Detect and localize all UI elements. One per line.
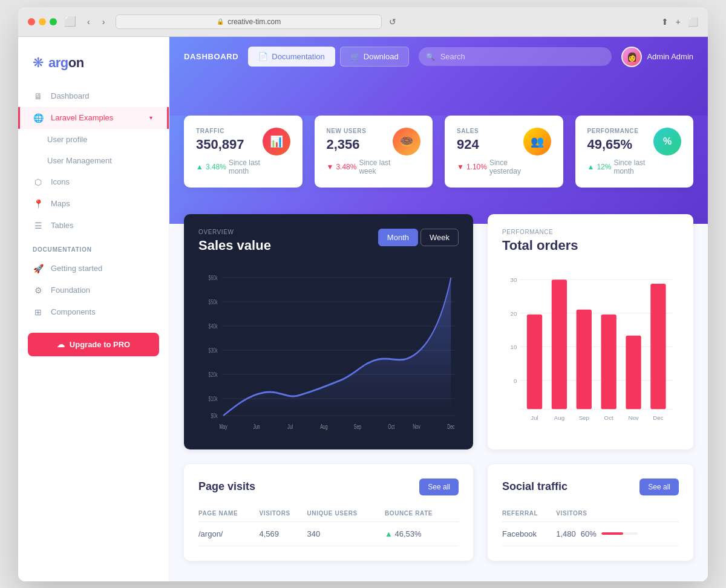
sidebar-item-foundation[interactable]: ⚙ Foundation	[18, 279, 169, 301]
sidebar-item-user-profile[interactable]: User profile	[18, 129, 169, 150]
bounce-arrow-icon: ▲	[385, 529, 394, 538]
performance-change: ▲ 12% Since last month	[587, 158, 654, 175]
search-input[interactable]	[419, 47, 612, 66]
browser-nav: ‹ ›	[83, 16, 108, 28]
url-bar[interactable]: 🔒 creative-tim.com	[116, 15, 382, 29]
forward-button[interactable]: ›	[99, 16, 109, 28]
sidebar-item-icons[interactable]: ⬡ Icons	[18, 171, 169, 193]
stat-card-performance-info: PERFORMANCE 49,65% ▲ 12% Since last mont…	[587, 128, 654, 175]
sidebar-item-maps[interactable]: 📍 Maps	[18, 193, 169, 215]
col-visitors: VISITORS	[260, 505, 307, 522]
download-button[interactable]: 🛒 Download	[340, 47, 409, 67]
table-row: /argon/ 4,569 340 ▲ 46,53%	[198, 521, 459, 546]
user-name: Admin Admin	[647, 52, 693, 61]
svg-text:Nov: Nov	[628, 414, 638, 420]
docs-button[interactable]: 📄 Documentation	[248, 47, 335, 67]
performance-label: PERFORMANCE	[587, 128, 654, 134]
down-arrow-icon-2: ▼	[457, 163, 464, 171]
bar-chart: 30 20 10 0	[502, 266, 679, 435]
browser-dots	[28, 18, 57, 25]
components-icon: ⊞	[33, 307, 44, 317]
maximize-dot[interactable]	[50, 18, 57, 25]
stat-card-traffic: TRAFFIC 350,897 ▲ 3.48% Since last month…	[184, 116, 302, 188]
new-tab-button[interactable]: +	[676, 17, 681, 27]
svg-text:30: 30	[511, 276, 517, 283]
svg-text:$10k: $10k	[209, 395, 218, 402]
traffic-label: TRAFFIC	[196, 128, 263, 134]
cart-icon: 🛒	[350, 52, 360, 61]
chart-tabs: Month Week	[378, 229, 459, 246]
sidebar-nav: 🖥 Dashboard 🌐 Laravel Examples ▾ User pr…	[18, 85, 169, 569]
sidebar-item-getting-started[interactable]: 🚀 Getting started	[18, 258, 169, 279]
sales-value: 924	[457, 137, 523, 152]
svg-text:Dec: Dec	[653, 414, 663, 420]
chevron-down-icon: ▾	[149, 114, 152, 121]
users-label: NEW USERS	[327, 128, 393, 134]
svg-text:20: 20	[511, 310, 517, 316]
bar-track	[601, 532, 638, 535]
content-area: TRAFFIC 350,897 ▲ 3.48% Since last month…	[169, 116, 708, 581]
app: ❋ argon 🖥 Dashboard 🌐 Laravel Examples ▾…	[18, 37, 708, 581]
charts-section: OVERVIEW Sales value Month Week	[169, 200, 708, 464]
stat-card-traffic-info: TRAFFIC 350,897 ▲ 3.48% Since last month	[196, 128, 263, 175]
tab-week[interactable]: Week	[420, 229, 459, 246]
sidebar-item-user-management[interactable]: User Management	[18, 150, 169, 171]
performance-icon: %	[653, 128, 681, 155]
tab-month[interactable]: Month	[378, 229, 418, 246]
bar-fill	[601, 532, 623, 535]
search-bar: 🔍	[419, 47, 612, 66]
col-page-name: PAGE NAME	[198, 505, 260, 522]
sidebar-item-dashboard[interactable]: 🖥 Dashboard	[18, 85, 169, 107]
search-icon: 🔍	[426, 53, 435, 61]
share-button[interactable]: ⬆	[661, 17, 669, 27]
col-referral: REFERRAL	[502, 505, 556, 522]
bar-nov	[626, 335, 641, 409]
main-content: DASHBOARD 📄 Documentation 🛒 Download 🔍	[169, 37, 708, 581]
performance-section-label: PERFORMANCE	[502, 229, 679, 235]
minimize-dot[interactable]	[39, 18, 46, 25]
refresh-button[interactable]: ↺	[389, 17, 396, 27]
close-dot[interactable]	[28, 18, 35, 25]
svg-text:Jun: Jun	[253, 423, 260, 430]
social-traffic-card: Social traffic See all REFERRAL VISITORS	[488, 464, 693, 561]
topnav-links: 📄 Documentation 🛒 Download	[248, 47, 408, 67]
sales-label: SALES	[457, 128, 523, 134]
traffic-value: 350,897	[196, 137, 263, 152]
page-visits-table: PAGE NAME VISITORS UNIQUE USERS BOUNCE R…	[198, 505, 459, 546]
map-pin-icon: 📍	[33, 199, 44, 209]
tab-overview-button[interactable]: ⬜	[688, 17, 698, 27]
sales-change: ▼ 1.10% Since yesterday	[457, 158, 523, 175]
upgrade-button[interactable]: ☁ Upgrade to PRO	[28, 333, 159, 356]
social-traffic-see-all[interactable]: See all	[639, 479, 679, 495]
bounce-cell: ▲ 46,53%	[385, 521, 459, 546]
svg-text:0: 0	[514, 377, 517, 384]
sidebar-toggle-icon[interactable]: ⬜	[64, 16, 76, 27]
svg-text:$0k: $0k	[211, 412, 218, 419]
stats-grid: TRAFFIC 350,897 ▲ 3.48% Since last month…	[184, 116, 693, 188]
line-chart-svg: $60k $50k $40k $30k $20k $10k $0k	[198, 266, 459, 435]
sidebar-item-components[interactable]: ⊞ Components	[18, 301, 169, 323]
sidebar-item-laravel[interactable]: 🌐 Laravel Examples ▾	[18, 107, 169, 129]
upgrade-button-label: Upgrade to PRO	[70, 340, 130, 349]
bar-sep	[577, 309, 592, 408]
sales-chart-titles: OVERVIEW Sales value	[198, 229, 271, 253]
svg-text:$30k: $30k	[209, 347, 218, 354]
svg-text:Aug: Aug	[554, 414, 564, 420]
sales-icon: 👥	[523, 128, 551, 155]
referral-bar: 1,480 60%	[556, 529, 679, 538]
back-button[interactable]: ‹	[83, 16, 94, 28]
sales-chart-header: OVERVIEW Sales value Month Week	[198, 229, 459, 253]
svg-text:Aug: Aug	[320, 423, 327, 430]
stat-card-users: NEW USERS 2,356 ▼ 3.48% Since last week …	[315, 116, 433, 188]
topnav: DASHBOARD 📄 Documentation 🛒 Download 🔍	[169, 37, 708, 116]
bar-oct	[601, 314, 616, 409]
page-visits-see-all[interactable]: See all	[419, 479, 459, 495]
page-visits-title: Page visits	[198, 480, 255, 493]
avatar-image: 👩	[623, 48, 641, 66]
up-arrow-icon-2: ▲	[587, 163, 595, 171]
line-chart: $60k $50k $40k $30k $20k $10k $0k	[198, 266, 459, 435]
sidebar-item-tables[interactable]: ☰ Tables	[18, 215, 169, 237]
svg-text:10: 10	[511, 344, 517, 350]
svg-text:Oct: Oct	[388, 423, 394, 430]
ref-visitors-cell: 1,480 60%	[556, 521, 679, 546]
